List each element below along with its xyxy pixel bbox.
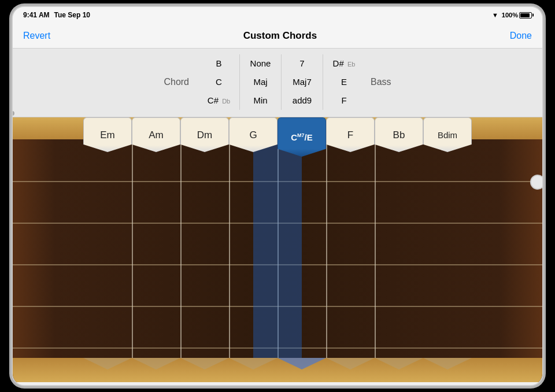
bass-label: Bass (371, 77, 391, 87)
chord-key-dm[interactable]: Dm (180, 117, 229, 152)
chord-name-bdim: Bdim (438, 130, 457, 140)
picker-item[interactable]: None (240, 54, 281, 73)
picker-item[interactable]: C (198, 73, 239, 91)
picker-item[interactable]: 7 (282, 54, 323, 73)
key-pointer-bdim (423, 358, 472, 369)
chord-key-cm7e[interactable]: CM7/E (278, 117, 326, 157)
chord-key-shape-dm: Dm (180, 117, 229, 152)
wifi-icon: ▼ (492, 12, 498, 19)
chord-key-shape-f: F (326, 117, 375, 152)
key-pointer-g (229, 358, 278, 369)
picker-item[interactable]: E (323, 73, 365, 91)
chord-name-cm7e: CM7/E (291, 132, 313, 142)
revert-button[interactable]: Revert (23, 31, 50, 41)
string-line (326, 117, 327, 382)
chord-key-shape-cm7e: CM7/E (278, 117, 326, 157)
page-title: Custom Chords (243, 30, 317, 42)
chord-name-g: G (249, 130, 257, 141)
chord-picker: Chord B C C# Db None Maj Min 7 Maj7 add9 (13, 49, 542, 117)
picker-item[interactable]: Maj7 (282, 73, 323, 91)
picker-col-note2: D# Eb E F (323, 54, 365, 110)
battery-bar (519, 12, 532, 19)
key-pointer-em (83, 358, 132, 369)
chord-key-f[interactable]: F (326, 117, 375, 152)
key-pointer-dm (180, 358, 229, 369)
ipad-home-button[interactable] (530, 175, 543, 190)
battery-percent: 100% (502, 12, 518, 19)
chord-keys-row: Em Am Dm G (13, 117, 542, 157)
chord-key-shape-bb: Bb (375, 117, 423, 152)
picker-col-quality: None Maj Min (240, 54, 282, 110)
guitar-neck-area: Em Am Dm G (13, 117, 542, 382)
nav-bar: Revert Custom Chords Done (13, 23, 542, 49)
chord-key-shape-bdim: Bdim (423, 117, 472, 152)
chord-label: Chord (164, 77, 189, 87)
status-time: 9:41 AM (23, 11, 50, 19)
chord-name-dm: Dm (197, 130, 212, 141)
string-line (180, 117, 182, 382)
key-pointer-bb (375, 358, 423, 369)
picker-item[interactable]: D# Eb (323, 54, 365, 73)
chord-key-shape-am: Am (132, 117, 180, 152)
string-line (229, 117, 230, 382)
picker-col-note: B C C# Db (198, 54, 240, 110)
key-pointer-am (132, 358, 180, 369)
picker-item[interactable]: Min (240, 91, 281, 110)
picker-item[interactable]: F (323, 91, 365, 110)
ipad-frame: 9:41 AM Tue Sep 10 ▼ 100% Revert Custom … (12, 6, 543, 386)
picker-item[interactable]: C# Db (198, 91, 239, 110)
picker-item[interactable]: B (198, 54, 239, 73)
chord-key-shape-em: Em (83, 117, 132, 152)
chord-name-am: Am (149, 130, 164, 141)
chord-key-em[interactable]: Em (83, 117, 132, 152)
guitar-bridge (13, 358, 542, 382)
key-pointer-cm7e (278, 358, 326, 369)
battery-indicator: 100% (502, 12, 532, 19)
string-line (375, 117, 376, 382)
chord-name-bb: Bb (393, 130, 405, 141)
chord-key-g[interactable]: G (229, 117, 278, 152)
chord-name-em: Em (100, 130, 115, 141)
chord-key-bb[interactable]: Bb (375, 117, 423, 152)
status-date: Tue Sep 10 (54, 11, 90, 19)
status-bar: 9:41 AM Tue Sep 10 ▼ 100% (13, 7, 542, 23)
key-pointer-f (326, 358, 375, 369)
chord-key-bdim[interactable]: Bdim (423, 117, 472, 152)
string-line (132, 117, 133, 382)
battery-fill (520, 13, 530, 17)
picker-item[interactable]: Maj (240, 73, 281, 91)
chord-key-am[interactable]: Am (132, 117, 180, 152)
picker-columns: B C C# Db None Maj Min 7 Maj7 add9 D# Eb… (198, 54, 365, 110)
chord-key-shape-g: G (229, 117, 278, 152)
done-button[interactable]: Done (510, 31, 532, 41)
chord-name-f: F (347, 130, 353, 141)
picker-col-extension: 7 Maj7 add9 (282, 54, 323, 110)
picker-item[interactable]: add9 (282, 91, 323, 110)
